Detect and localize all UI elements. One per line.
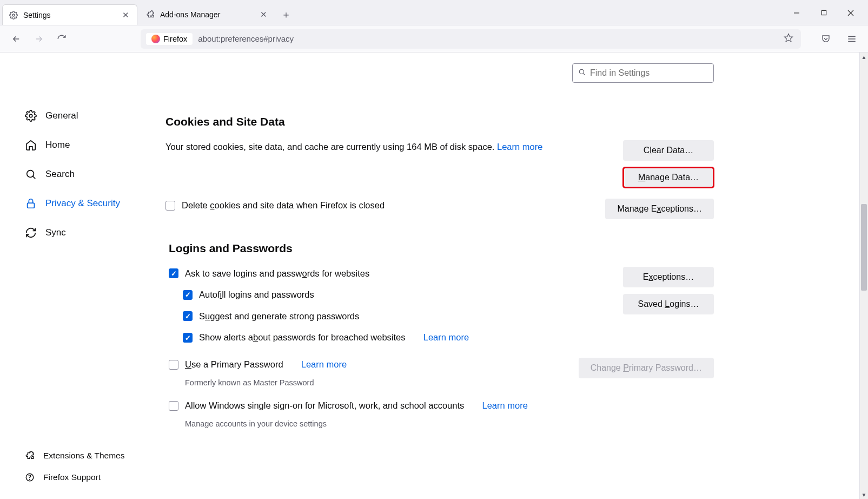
svg-marker-5 bbox=[785, 34, 793, 41]
tabstrip: Settings ✕ Add-ons Manager ✕ ＋ bbox=[0, 0, 868, 25]
window-controls bbox=[791, 0, 868, 25]
identity-box[interactable]: Firefox bbox=[146, 33, 193, 45]
manage-exceptions-button[interactable]: Manage Exceptions… bbox=[605, 199, 714, 219]
scrollbar-thumb[interactable] bbox=[861, 204, 867, 291]
settings-search-input[interactable] bbox=[590, 68, 708, 78]
breach-learn-more-link[interactable]: Learn more bbox=[423, 331, 469, 345]
gear-icon bbox=[9, 11, 18, 19]
gear-icon bbox=[25, 110, 37, 122]
sso-help-text: Manage accounts in your device settings bbox=[185, 418, 562, 430]
tab-addons[interactable]: Add-ons Manager ✕ bbox=[140, 4, 275, 25]
settings-content: Cookies and Site Data Your stored cookie… bbox=[162, 52, 736, 499]
puzzle-icon bbox=[146, 10, 155, 19]
close-window-icon[interactable] bbox=[845, 8, 856, 18]
sidebar-item-label: General bbox=[45, 110, 78, 121]
sidebar-item-label: Search bbox=[45, 169, 75, 180]
suggest-checkbox[interactable] bbox=[183, 311, 193, 321]
url-bar[interactable]: Firefox about:preferences#privacy bbox=[141, 29, 801, 49]
close-icon[interactable]: ✕ bbox=[121, 10, 130, 20]
login-exceptions-button[interactable]: Exceptions… bbox=[623, 267, 714, 287]
sidebar-item-label: Home bbox=[45, 140, 70, 150]
toolbar: Firefox about:preferences#privacy bbox=[0, 25, 868, 52]
suggest-label: Suggest and generate strong passwords bbox=[199, 310, 359, 324]
sidebar-item-privacy[interactable]: Privacy & Security bbox=[25, 189, 162, 218]
svg-line-11 bbox=[33, 176, 36, 179]
settings-search[interactable] bbox=[572, 63, 714, 83]
sidebar-item-label: Privacy & Security bbox=[45, 198, 120, 209]
autofill-checkbox[interactable] bbox=[183, 290, 193, 300]
tab-title: Add-ons Manager bbox=[160, 10, 253, 19]
help-icon bbox=[25, 472, 35, 482]
sso-checkbox[interactable] bbox=[169, 401, 178, 411]
sidebar-item-search[interactable]: Search bbox=[25, 160, 162, 189]
change-primary-password-button[interactable]: Change Primary Password… bbox=[579, 358, 714, 378]
manage-data-button[interactable]: Manage Data… bbox=[623, 167, 714, 188]
breach-label: Show alerts about passwords for breached… bbox=[199, 331, 406, 345]
minimize-icon[interactable] bbox=[791, 8, 802, 18]
sidebar-support[interactable]: Firefox Support bbox=[25, 467, 162, 488]
sidebar-item-sync[interactable]: Sync bbox=[25, 218, 162, 247]
breach-checkbox[interactable] bbox=[183, 333, 193, 343]
tab-title: Settings bbox=[23, 11, 115, 19]
svg-rect-2 bbox=[821, 10, 826, 15]
url-text: about:preferences#privacy bbox=[198, 34, 784, 43]
search-icon bbox=[578, 68, 586, 78]
cookies-learn-more-link[interactable]: Learn more bbox=[497, 142, 542, 152]
svg-line-16 bbox=[583, 73, 585, 75]
svg-point-15 bbox=[579, 69, 584, 74]
toolbar-right bbox=[817, 30, 860, 48]
delete-cookies-label: Delete cookies and site data when Firefo… bbox=[182, 199, 385, 213]
delete-cookies-checkbox[interactable] bbox=[165, 201, 175, 211]
sidebar-item-label: Firefox Support bbox=[43, 472, 101, 482]
maximize-icon[interactable] bbox=[818, 8, 829, 18]
scroll-down-icon[interactable]: ▼ bbox=[860, 490, 868, 499]
close-icon[interactable]: ✕ bbox=[259, 10, 268, 19]
autofill-label: Autofill logins and passwords bbox=[199, 288, 314, 302]
svg-rect-12 bbox=[28, 203, 35, 208]
primary-password-checkbox[interactable] bbox=[169, 360, 178, 370]
sidebar-item-label: Sync bbox=[45, 227, 66, 238]
sso-learn-more-link[interactable]: Learn more bbox=[482, 399, 527, 413]
tab-settings[interactable]: Settings ✕ bbox=[2, 4, 137, 25]
main-area: General Home Search Privacy & Security S… bbox=[0, 52, 868, 499]
primary-password-label: Use a Primary Password bbox=[185, 358, 283, 372]
sidebar-extensions[interactable]: Extensions & Themes bbox=[25, 445, 162, 467]
puzzle-icon bbox=[25, 451, 35, 461]
sso-label: Allow Windows single sign-on for Microso… bbox=[185, 399, 464, 413]
sidebar-item-general[interactable]: General bbox=[25, 101, 162, 130]
back-button[interactable] bbox=[8, 30, 25, 48]
scroll-up-icon[interactable]: ▲ bbox=[860, 52, 868, 61]
logins-heading: Logins and Passwords bbox=[169, 242, 714, 255]
svg-point-14 bbox=[30, 479, 30, 480]
ask-save-label: Ask to save logins and passwords for web… bbox=[185, 267, 369, 281]
new-tab-button[interactable]: ＋ bbox=[278, 6, 294, 23]
sync-icon bbox=[25, 227, 37, 239]
menu-icon[interactable] bbox=[843, 30, 860, 48]
settings-sidebar: General Home Search Privacy & Security S… bbox=[0, 52, 162, 499]
primary-learn-more-link[interactable]: Learn more bbox=[301, 358, 347, 372]
home-icon bbox=[25, 139, 37, 151]
vertical-scrollbar[interactable]: ▲ ▼ bbox=[859, 52, 868, 499]
cookies-desc: Your stored cookies, site data, and cach… bbox=[165, 142, 497, 152]
bookmark-star-icon[interactable] bbox=[784, 33, 793, 45]
primary-help-text: Formerly known as Master Password bbox=[185, 377, 562, 389]
lock-icon bbox=[25, 198, 37, 209]
saved-logins-button[interactable]: Saved Logins… bbox=[623, 294, 714, 314]
pocket-icon[interactable] bbox=[817, 30, 834, 48]
identity-label: Firefox bbox=[163, 35, 187, 43]
svg-point-0 bbox=[12, 14, 15, 16]
reload-button[interactable] bbox=[53, 30, 70, 48]
ask-save-checkbox[interactable] bbox=[169, 268, 178, 278]
cookies-heading: Cookies and Site Data bbox=[165, 115, 714, 128]
firefox-logo-icon bbox=[151, 35, 160, 43]
search-icon bbox=[25, 168, 37, 180]
sidebar-item-home[interactable]: Home bbox=[25, 130, 162, 160]
sidebar-item-label: Extensions & Themes bbox=[43, 451, 124, 461]
svg-point-10 bbox=[27, 170, 34, 178]
svg-point-9 bbox=[29, 114, 32, 117]
forward-button[interactable] bbox=[30, 30, 48, 48]
clear-data-button[interactable]: Clear Data… bbox=[623, 140, 714, 161]
